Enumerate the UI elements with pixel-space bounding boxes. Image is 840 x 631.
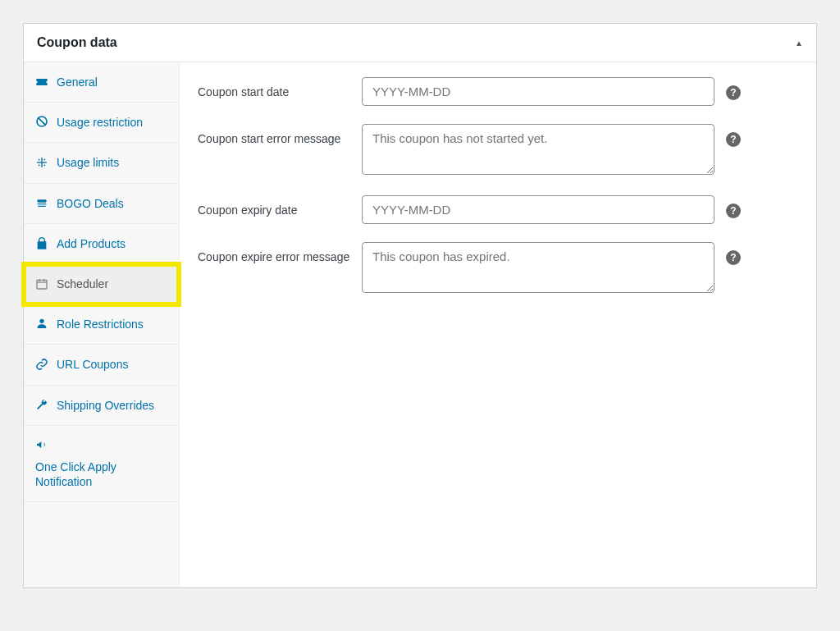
svg-line-4: [39, 159, 39, 160]
link-icon: [35, 358, 48, 371]
scheduler-content: Coupon start date ? Coupon start error m…: [180, 62, 816, 588]
deals-icon: [35, 197, 48, 210]
sidebar-item-label: Scheduler: [57, 277, 108, 291]
sidebar-item-url-coupons[interactable]: URL Coupons: [24, 345, 179, 385]
svg-line-1: [38, 118, 45, 126]
sidebar-item-role-restrictions[interactable]: Role Restrictions: [24, 304, 179, 345]
sidebar-item-label: Shipping Overrides: [57, 398, 154, 413]
input-start-date[interactable]: [362, 77, 714, 106]
help-icon[interactable]: ?: [726, 132, 741, 147]
sidebar-item-usage-limits[interactable]: Usage limits: [24, 143, 179, 183]
label-expire-error: Coupon expire error message: [198, 242, 350, 266]
panel-body: General Usage restriction Usage limits B…: [24, 62, 816, 588]
bag-icon: [35, 237, 48, 250]
help-icon[interactable]: ?: [726, 250, 741, 265]
collapse-caret-icon: ▲: [795, 39, 803, 48]
row-expire-error: Coupon expire error message ?: [198, 242, 798, 295]
sidebar-item-label: Usage restriction: [57, 115, 143, 130]
sidebar-item-one-click-apply[interactable]: One Click Apply Notification: [24, 426, 179, 502]
sidebar-item-general[interactable]: General: [24, 62, 179, 103]
row-expiry-date: Coupon expiry date ?: [198, 195, 798, 224]
megaphone-icon: [35, 438, 48, 451]
sidebar-item-label: Add Products: [57, 236, 126, 251]
user-icon: [35, 317, 48, 330]
sidebar-item-label: URL Coupons: [57, 357, 128, 372]
svg-line-6: [39, 165, 39, 166]
sidebar-item-add-products[interactable]: Add Products: [24, 224, 179, 264]
input-expiry-date[interactable]: [362, 195, 714, 224]
label-start-date: Coupon start date: [198, 77, 350, 101]
label-expiry-date: Coupon expiry date: [198, 195, 350, 219]
help-icon[interactable]: ?: [726, 85, 741, 100]
sidebar-item-label: Usage limits: [57, 155, 119, 170]
textarea-expire-error[interactable]: [362, 242, 714, 293]
help-icon[interactable]: ?: [726, 203, 741, 218]
row-start-date: Coupon start date ?: [198, 77, 798, 106]
coupon-data-panel: Coupon data ▲ General Usage restriction: [23, 23, 817, 588]
sidebar-item-label: BOGO Deals: [57, 196, 124, 211]
sidebar-item-label: One Click Apply Notification: [35, 460, 167, 489]
svg-rect-8: [37, 280, 47, 289]
panel-title: Coupon data: [37, 35, 117, 50]
wrench-icon: [35, 398, 48, 411]
sidebar-item-label: General: [57, 75, 98, 89]
sidebar-item-label: Role Restrictions: [57, 317, 144, 332]
svg-line-5: [44, 159, 45, 160]
ban-icon: [35, 115, 48, 128]
textarea-start-error[interactable]: [362, 124, 714, 175]
sidebar-item-usage-restriction[interactable]: Usage restriction: [24, 103, 179, 143]
row-start-error: Coupon start error message ?: [198, 124, 798, 177]
svg-line-7: [44, 165, 45, 166]
panel-header[interactable]: Coupon data ▲: [24, 24, 816, 62]
sidebar-item-bogo-deals[interactable]: BOGO Deals: [24, 184, 179, 224]
sidebar: General Usage restriction Usage limits B…: [24, 62, 180, 588]
sidebar-item-scheduler[interactable]: Scheduler: [24, 264, 179, 304]
calendar-icon: [35, 277, 48, 290]
ticket-icon: [35, 75, 48, 89]
svg-point-17: [39, 319, 43, 323]
limits-icon: [35, 156, 48, 169]
sidebar-item-shipping-overrides[interactable]: Shipping Overrides: [24, 386, 179, 426]
label-start-error: Coupon start error message: [198, 124, 350, 148]
